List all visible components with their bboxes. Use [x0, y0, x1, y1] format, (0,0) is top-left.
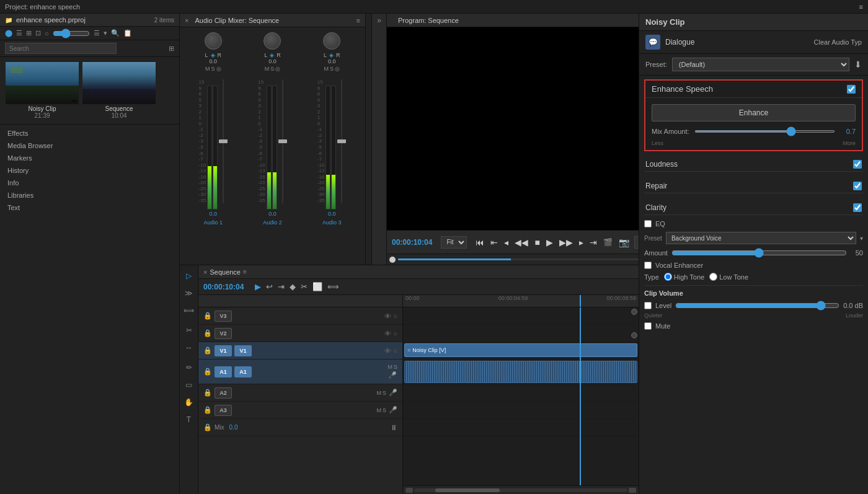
mix-amount-slider[interactable]	[694, 130, 835, 133]
level-slider[interactable]	[675, 301, 839, 311]
new-folder-icon[interactable]: 📋	[123, 29, 132, 37]
step-back-button[interactable]: ⇤	[489, 236, 499, 249]
scroll-left-btn[interactable]	[405, 488, 413, 493]
lock-icon-a3[interactable]: 🔒	[203, 406, 212, 414]
timeline-play-btn[interactable]: ▶	[254, 281, 262, 293]
zoom-slider[interactable]	[53, 30, 90, 37]
lock-icon-v2[interactable]: 🔒	[203, 329, 212, 337]
razor-tool[interactable]: ✂	[182, 324, 196, 337]
scroll-track[interactable]	[414, 488, 627, 492]
loudness-checkbox[interactable]	[853, 160, 862, 169]
lock-icon-a2[interactable]: 🔒	[203, 389, 212, 397]
low-tone-radio[interactable]	[709, 273, 717, 281]
mix-keyframe-btn[interactable]: ⏸	[390, 423, 397, 432]
channel-knob-3[interactable]	[323, 32, 340, 50]
eye-icon-v3[interactable]: 👁	[384, 312, 391, 320]
play-button[interactable]: ▶	[545, 236, 554, 249]
lock-icon-a1[interactable]: 🔒	[203, 368, 212, 376]
lock-icon-v1[interactable]: 🔒	[203, 346, 212, 355]
search-icon[interactable]: 🔍	[111, 29, 120, 37]
timeline-tool1[interactable]: ↩	[265, 281, 274, 293]
track-select-tool[interactable]: ≫	[182, 286, 196, 300]
sidebar-item-text[interactable]: Text	[0, 201, 179, 214]
icon5[interactable]: ○	[45, 30, 49, 37]
preset-dropdown[interactable]: (Default)	[672, 58, 849, 71]
vis-icon-v2[interactable]: ○	[393, 330, 397, 337]
resolution-dropdown[interactable]: 1/2	[634, 236, 639, 249]
sidebar-item-media-browser[interactable]: Media Browser	[0, 139, 179, 152]
search-input[interactable]	[5, 43, 117, 54]
eye-icon-v2[interactable]: 👁	[384, 330, 391, 337]
step-back-frame-button[interactable]: ◂	[503, 236, 510, 249]
timeline-tool3[interactable]: ◆	[288, 281, 297, 293]
eq-preset-dropdown[interactable]: Background Voice	[666, 232, 856, 244]
sequence-tab-menu[interactable]: ≡	[243, 268, 247, 275]
mic-icon-a3[interactable]: 🎤	[389, 406, 397, 414]
scroll-thumb[interactable]	[435, 488, 499, 492]
add-marker-button[interactable]: 🎬	[602, 237, 614, 248]
fader-handle-1[interactable]	[219, 79, 228, 203]
playhead[interactable]	[580, 295, 581, 307]
enhance-speech-checkbox[interactable]	[847, 85, 856, 94]
stop-button[interactable]: ■	[533, 236, 541, 249]
sequence-tab-close[interactable]: ×	[203, 268, 207, 276]
progress-track[interactable]	[398, 258, 639, 260]
rewind-to-start-button[interactable]: ⏮	[474, 236, 485, 249]
high-tone-option[interactable]: High Tone	[664, 273, 704, 281]
fader-handle-3[interactable]	[337, 79, 346, 203]
timeline-tool5[interactable]: ⬜	[311, 281, 324, 293]
vis-icon-v1[interactable]: ○	[393, 347, 397, 355]
fader-handle-2[interactable]	[278, 79, 287, 203]
list-item[interactable]: Noisy Clip 21:39	[5, 62, 79, 119]
media-thumbnail[interactable]	[6, 62, 79, 104]
preset-save-button[interactable]: ⬇	[854, 60, 862, 69]
sidebar-item-effects[interactable]: Effects	[0, 127, 179, 139]
menu-icon[interactable]: ≡	[859, 3, 863, 11]
sidebar-item-markers[interactable]: Markers	[0, 152, 179, 164]
lock-icon-v3[interactable]: 🔒	[203, 312, 212, 320]
timeline-tool2[interactable]: ⇥	[277, 281, 286, 293]
channel-knob-1[interactable]	[205, 32, 222, 50]
step-forward-button[interactable]: ▸	[578, 236, 585, 249]
high-tone-radio[interactable]	[664, 273, 672, 281]
step-forward-frame-button[interactable]: ⇥	[588, 236, 598, 249]
sequence-tab[interactable]: × Sequence ≡	[198, 268, 252, 276]
text-tool[interactable]: T	[182, 413, 196, 426]
icon2[interactable]: ☰	[16, 29, 22, 37]
icon6[interactable]: ☰	[94, 29, 100, 37]
sidebar-item-libraries[interactable]: Libraries	[0, 189, 179, 201]
more-tabs-indicator[interactable]: »	[372, 14, 387, 265]
selection-tool[interactable]: ▷	[182, 269, 196, 283]
rewind-button[interactable]: ◀◀	[513, 236, 529, 249]
enhance-button[interactable]: Enhance	[652, 104, 856, 121]
media-thumbnail[interactable]	[82, 62, 156, 104]
icon4[interactable]: ⊡	[35, 29, 41, 37]
slip-tool[interactable]: ↔	[182, 341, 196, 355]
eq-checkbox[interactable]	[644, 220, 652, 227]
icon3[interactable]: ⊞	[26, 29, 32, 37]
timeline-scrollbar[interactable]	[403, 485, 639, 494]
lock-icon-mix[interactable]: 🔒	[203, 423, 212, 431]
timeline-tool4[interactable]: ✂	[299, 281, 309, 293]
pen-tool[interactable]: ✏	[182, 361, 196, 374]
list-item[interactable]: Sequence 10:04	[82, 62, 156, 119]
vocal-enhancer-checkbox[interactable]	[644, 262, 652, 269]
panel-menu-icon[interactable]: ≡	[356, 17, 360, 24]
audio-clip[interactable]	[404, 361, 637, 383]
video-clip[interactable]: ≡ Noisy Clip [V]	[404, 343, 637, 357]
repair-checkbox[interactable]	[853, 182, 862, 190]
level-checkbox[interactable]	[644, 302, 652, 309]
rectangle-tool[interactable]: ▭	[182, 378, 196, 392]
timeline-ruler[interactable]: 00:00 00:00:04:59 00:00:09:59	[403, 295, 639, 307]
mic-icon-a2[interactable]: 🎤	[389, 389, 397, 397]
camera-button[interactable]: 📷	[618, 236, 631, 249]
tab-close-clip-mixer[interactable]: ×	[185, 17, 188, 24]
fit-dropdown[interactable]: Fit	[441, 236, 467, 249]
forward-button[interactable]: ▶▶	[558, 236, 574, 249]
playback-progress-bar[interactable]	[387, 254, 639, 265]
mute-checkbox[interactable]	[644, 322, 652, 330]
eq-amount-slider[interactable]	[671, 248, 847, 258]
low-tone-option[interactable]: Low Tone	[709, 273, 748, 281]
out-point-marker[interactable]	[631, 309, 637, 315]
eye-icon-v1[interactable]: 👁	[384, 347, 391, 355]
